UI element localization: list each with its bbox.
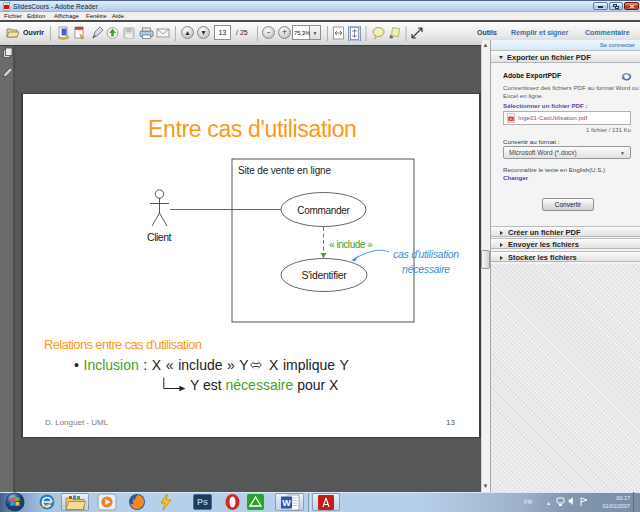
svg-text:W: W [282,498,291,508]
